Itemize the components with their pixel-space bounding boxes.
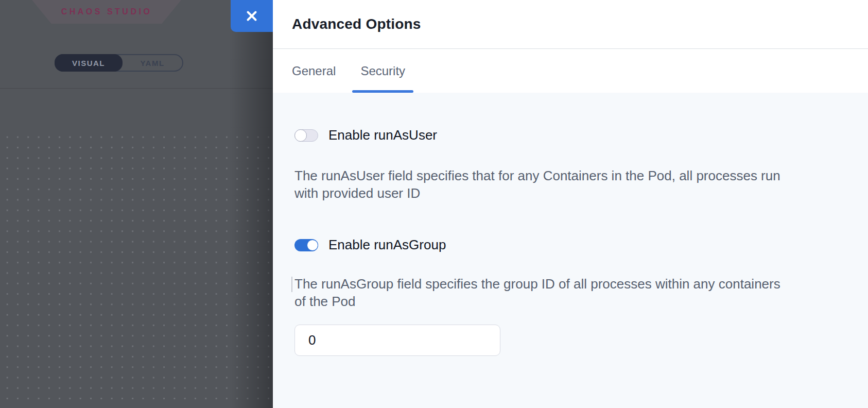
run-as-group-row: Enable runAsGroup <box>294 237 837 253</box>
run-as-group-id-input[interactable] <box>294 325 500 356</box>
brand-title: CHAOS STUDIO <box>61 7 152 16</box>
tab-security[interactable]: Security <box>360 49 405 93</box>
run-as-group-description-wrap: The runAsGroup field specifies the group… <box>294 275 837 310</box>
editor-canvas: CHAOS STUDIO VISUAL YAML <box>0 0 273 408</box>
visual-tab[interactable]: VISUAL <box>55 54 123 72</box>
toggle-knob <box>307 240 318 251</box>
tab-security-label: Security <box>360 64 405 78</box>
run-as-user-label: Enable runAsUser <box>328 127 437 143</box>
security-tab-content: Enable runAsUser The runAsUser field spe… <box>273 93 868 408</box>
run-as-group-label: Enable runAsGroup <box>328 237 446 253</box>
advanced-options-drawer: Advanced Options General Security Enable… <box>273 0 868 408</box>
enable-run-as-group-toggle[interactable] <box>294 239 318 251</box>
drawer-header: Advanced Options <box>273 0 868 49</box>
text-caret <box>291 277 292 292</box>
brand-banner: CHAOS STUDIO <box>32 0 181 24</box>
drawer-shadow <box>229 0 273 408</box>
visual-tab-label: VISUAL <box>72 59 105 67</box>
enable-run-as-user-toggle[interactable] <box>294 129 318 142</box>
tab-general[interactable]: General <box>292 49 336 93</box>
run-as-user-description: The runAsUser field specifies that for a… <box>294 167 789 202</box>
run-as-group-description: The runAsGroup field specifies the group… <box>294 275 789 310</box>
yaml-tab[interactable]: YAML <box>123 55 182 71</box>
tab-general-label: General <box>292 64 336 78</box>
view-mode-toggle: VISUAL YAML <box>55 54 183 72</box>
yaml-tab-label: YAML <box>140 59 164 67</box>
drawer-title: Advanced Options <box>292 16 421 32</box>
run-as-user-row: Enable runAsUser <box>294 127 837 143</box>
drawer-tabbar: General Security <box>273 49 868 93</box>
close-icon <box>246 10 258 22</box>
toggle-knob <box>294 129 307 142</box>
close-drawer-button[interactable] <box>231 0 273 32</box>
chaos-studio-screen: CHAOS STUDIO VISUAL YAML Advanced Option… <box>0 0 868 408</box>
